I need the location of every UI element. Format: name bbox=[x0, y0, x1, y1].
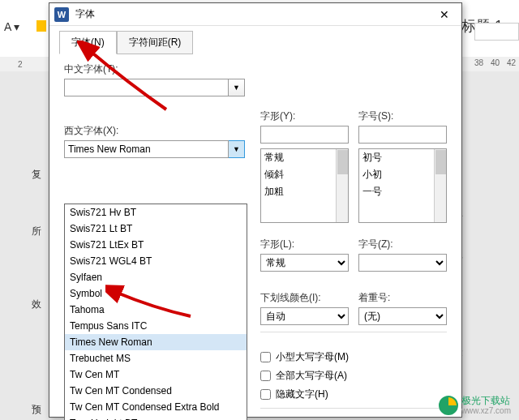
font-option[interactable]: Swis721 Hv BT bbox=[65, 204, 247, 221]
font-option-selected[interactable]: Times New Roman bbox=[65, 334, 247, 350]
underline-color-select[interactable]: 自动 bbox=[260, 307, 349, 325]
dialog-body: 中文字体(T): ▼ 西文字体(X): ▼ 复 所 效 预 字形(Y): bbox=[49, 54, 461, 166]
scroll-thumb[interactable] bbox=[337, 150, 348, 174]
western-font-dropdown[interactable]: Swis721 Hv BT Swis721 Lt BT Swis721 LtEx… bbox=[64, 204, 247, 420]
scrollbar[interactable] bbox=[336, 149, 348, 222]
size-input[interactable] bbox=[358, 126, 447, 144]
section-char: 复 bbox=[32, 168, 41, 182]
list-item[interactable]: 小初 bbox=[359, 166, 446, 183]
font-option[interactable]: Sylfaen bbox=[65, 269, 247, 285]
size2-label: 字号(Z): bbox=[358, 238, 447, 251]
list-item[interactable]: 常规 bbox=[261, 149, 348, 166]
watermark-icon bbox=[439, 396, 458, 415]
ruler-tick: 40 bbox=[491, 58, 500, 67]
list-item[interactable]: 一号 bbox=[359, 183, 446, 200]
size2-select[interactable] bbox=[358, 254, 447, 272]
style-listbox[interactable]: 常规 倾斜 加粗 bbox=[260, 148, 349, 223]
style2-label: 字形(L): bbox=[260, 238, 349, 251]
hidden-row: 隐藏文字(H) bbox=[260, 388, 447, 401]
font-option[interactable]: Swis721 WGL4 BT bbox=[65, 253, 247, 269]
chinese-font-label: 中文字体(T): bbox=[64, 62, 245, 76]
watermark-url: www.xz7.com bbox=[461, 406, 511, 415]
section-char: 效 bbox=[32, 298, 41, 311]
ruler-tick: 38 bbox=[474, 58, 483, 67]
smallcaps-checkbox[interactable] bbox=[260, 352, 271, 362]
dialog-tabs: 字体(N) 字符间距(R) bbox=[49, 26, 461, 54]
font-option[interactable]: Swis721 Lt BT bbox=[65, 221, 247, 237]
right-panel: 字形(Y): 字号(S): 常规 倾斜 加粗 bbox=[260, 109, 447, 415]
allcaps-row: 全部大写字母(A) bbox=[260, 369, 447, 383]
allcaps-label: 全部大写字母(A) bbox=[276, 369, 347, 383]
divider bbox=[260, 408, 447, 409]
watermark-name: 极光下载站 bbox=[461, 396, 511, 406]
font-option[interactable]: Tempus Sans ITC bbox=[65, 318, 247, 334]
font-option[interactable]: Tw Cen MT Condensed Extra Bold bbox=[65, 399, 247, 415]
list-item[interactable]: 倾斜 bbox=[261, 166, 348, 183]
dialog-titlebar: W 字体 ✕ bbox=[49, 3, 461, 26]
size-label: 字号(S): bbox=[358, 109, 447, 123]
emphasis-label: 着重号: bbox=[358, 291, 447, 305]
ribbon-button[interactable] bbox=[474, 23, 519, 41]
style-label: 字形(Y): bbox=[260, 109, 349, 123]
list-item[interactable]: 加粗 bbox=[261, 183, 348, 200]
scroll-thumb[interactable] bbox=[435, 150, 446, 174]
font-option[interactable]: Tw Cen MT bbox=[65, 366, 247, 383]
hidden-checkbox[interactable] bbox=[260, 389, 271, 400]
chinese-font-combo[interactable]: ▼ bbox=[64, 79, 245, 96]
ruler-left-tick: 2 bbox=[18, 60, 23, 69]
watermark: 极光下载站 www.xz7.com bbox=[439, 396, 511, 415]
font-option[interactable]: Symbol bbox=[65, 285, 247, 302]
section-char: 所 bbox=[32, 225, 41, 238]
emphasis-select[interactable]: (无) bbox=[358, 307, 447, 325]
style-input[interactable] bbox=[260, 126, 349, 144]
underline-color-label: 下划线颜色(I): bbox=[260, 291, 349, 305]
divider bbox=[260, 332, 447, 332]
ruler-tick: 42 bbox=[507, 58, 516, 67]
close-button[interactable]: ✕ bbox=[432, 6, 457, 24]
list-item[interactable]: 初号 bbox=[359, 149, 446, 166]
scrollbar[interactable] bbox=[434, 149, 446, 222]
word-app-icon: W bbox=[54, 7, 69, 22]
chinese-font-input[interactable] bbox=[64, 79, 229, 96]
hidden-label: 隐藏文字(H) bbox=[276, 388, 328, 401]
style2-select[interactable]: 常规 bbox=[260, 254, 349, 272]
highlight-icon bbox=[36, 20, 46, 32]
font-option[interactable]: Tw Cen MT Condensed bbox=[65, 383, 247, 399]
font-option[interactable]: Trebuchet MS bbox=[65, 350, 247, 366]
smallcaps-row: 小型大写字母(M) bbox=[260, 350, 447, 364]
western-font-label: 西文字体(X): bbox=[64, 124, 245, 138]
dialog-title: 字体 bbox=[75, 7, 432, 21]
tab-font[interactable]: 字体(N) bbox=[59, 31, 117, 54]
western-font-combo[interactable]: ▼ bbox=[64, 140, 245, 158]
size-listbox[interactable]: 初号 小初 一号 bbox=[358, 148, 447, 223]
font-dialog: W 字体 ✕ 字体(N) 字符间距(R) 中文字体(T): ▼ 西文字体(X):… bbox=[49, 2, 462, 418]
allcaps-checkbox[interactable] bbox=[260, 371, 271, 381]
chevron-down-icon[interactable]: ▼ bbox=[229, 140, 245, 158]
smallcaps-label: 小型大写字母(M) bbox=[276, 350, 349, 364]
chevron-down-icon[interactable]: ▼ bbox=[229, 79, 245, 96]
section-char: 预 bbox=[32, 403, 41, 417]
font-color-icon: A ▾ bbox=[4, 20, 19, 33]
western-font-input[interactable] bbox=[64, 140, 229, 158]
font-option[interactable]: Swis721 LtEx BT bbox=[65, 237, 247, 253]
tab-spacing[interactable]: 字符间距(R) bbox=[117, 31, 194, 54]
font-option[interactable]: Tahoma bbox=[65, 302, 247, 318]
font-option[interactable]: TypoUpright BT bbox=[65, 415, 247, 420]
